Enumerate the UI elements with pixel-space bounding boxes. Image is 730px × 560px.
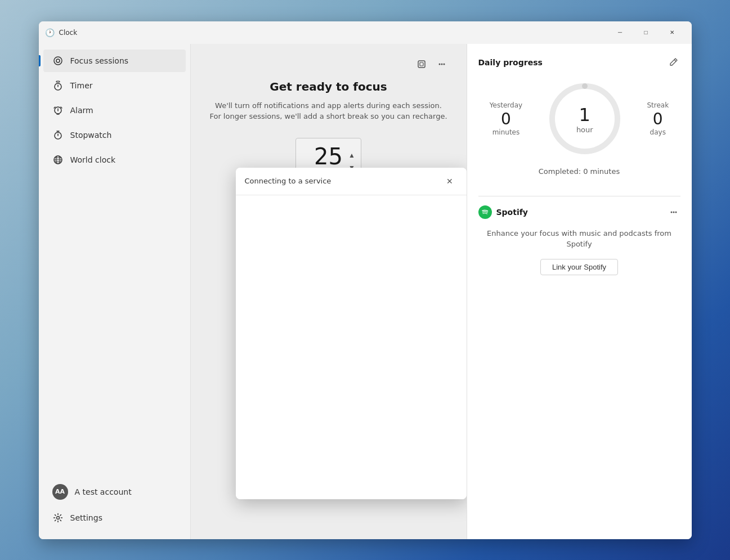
settings-label: Settings xyxy=(70,513,102,522)
sidebar-item-stopwatch[interactable]: Stopwatch xyxy=(43,124,186,146)
minimize-button[interactable]: ─ xyxy=(607,24,633,42)
account-label: A test account xyxy=(75,487,132,496)
main-content: Focus sessions Timer xyxy=(39,44,692,539)
world-clock-icon xyxy=(52,154,64,165)
app-window: 🕐 Clock ─ □ ✕ Focus sessions xyxy=(39,21,692,539)
sidebar-item-settings[interactable]: Settings xyxy=(43,507,186,529)
modal-overlay: Connecting to a service ✕ xyxy=(191,44,467,539)
yesterday-label: Yesterday xyxy=(490,101,522,109)
streak-label: Streak xyxy=(647,101,669,109)
svg-point-23 xyxy=(670,211,672,213)
svg-rect-2 xyxy=(56,81,60,82)
maximize-button[interactable]: □ xyxy=(633,24,659,42)
sidebar-bottom: AA A test account Settings xyxy=(39,477,190,535)
svg-point-25 xyxy=(675,211,677,213)
spotify-icon xyxy=(478,205,492,219)
app-title: Clock xyxy=(59,29,607,37)
modal-title: Connecting to a service xyxy=(245,177,332,185)
spotify-logo: Spotify xyxy=(478,205,528,219)
circle-center: 1 hour xyxy=(576,104,593,133)
clock-app-icon: 🕐 xyxy=(46,28,55,37)
sidebar-item-world-clock[interactable]: World clock xyxy=(43,149,186,171)
stopwatch-icon xyxy=(52,129,64,141)
settings-icon xyxy=(52,512,64,523)
spotify-more-button[interactable] xyxy=(667,205,680,219)
daily-progress-header: Daily progress xyxy=(478,55,680,70)
sidebar-item-timer[interactable]: Timer xyxy=(43,74,186,97)
avatar: AA xyxy=(52,484,68,500)
link-spotify-button[interactable]: Link your Spotify xyxy=(540,259,618,275)
window-controls: ─ □ ✕ xyxy=(607,24,685,42)
spotify-desc-line1: Enhance your focus with music and podcas… xyxy=(487,229,671,238)
completed-text: Completed: 0 minutes xyxy=(478,167,680,176)
edit-daily-goal-button[interactable] xyxy=(667,55,680,70)
timer-label: Timer xyxy=(70,81,93,90)
alarm-label: Alarm xyxy=(70,106,93,115)
progress-circle: 1 hour xyxy=(545,79,624,158)
yesterday-value: 0 xyxy=(490,111,522,127)
spotify-name: Spotify xyxy=(496,208,528,217)
yesterday-stat: Yesterday 0 minutes xyxy=(490,101,522,136)
alarm-icon xyxy=(52,105,64,116)
divider xyxy=(478,196,680,196)
right-panel: Daily progress Yesterday 0 minutes xyxy=(467,44,692,539)
title-bar: 🕐 Clock ─ □ ✕ xyxy=(39,21,692,44)
world-clock-label: World clock xyxy=(70,155,116,164)
focus-sessions-label: Focus sessions xyxy=(70,56,129,65)
yesterday-unit: minutes xyxy=(490,128,522,136)
sidebar: Focus sessions Timer xyxy=(39,44,191,539)
account-item[interactable]: AA A test account xyxy=(43,478,186,505)
stopwatch-label: Stopwatch xyxy=(70,131,112,140)
spotify-header: Spotify xyxy=(478,205,680,219)
focus-sessions-icon xyxy=(52,55,64,66)
daily-goal-unit: hour xyxy=(576,125,593,133)
close-button[interactable]: ✕ xyxy=(659,24,685,42)
svg-point-14 xyxy=(56,516,59,519)
modal-close-button[interactable]: ✕ xyxy=(442,173,458,189)
sidebar-item-alarm[interactable]: Alarm xyxy=(43,99,186,122)
modal-title-bar: Connecting to a service ✕ xyxy=(236,168,467,195)
spotify-description: Enhance your focus with music and podcas… xyxy=(478,228,680,250)
svg-point-0 xyxy=(54,57,62,65)
modal-body xyxy=(236,195,467,499)
streak-value: 0 xyxy=(647,111,669,127)
svg-point-24 xyxy=(673,211,674,213)
spotify-desc-line2: Spotify xyxy=(566,240,592,248)
connecting-modal: Connecting to a service ✕ xyxy=(236,168,467,499)
streak-unit: days xyxy=(647,128,669,136)
center-panel: Get ready to focus We'll turn off notifi… xyxy=(191,44,467,539)
timer-icon xyxy=(52,80,64,91)
spotify-card: Spotify Enhance your focus with music an… xyxy=(478,205,680,275)
sidebar-item-focus-sessions[interactable]: Focus sessions xyxy=(43,50,186,72)
daily-goal-value: 1 xyxy=(576,104,593,125)
svg-point-1 xyxy=(56,59,60,62)
daily-progress-title: Daily progress xyxy=(478,58,543,67)
svg-line-20 xyxy=(674,60,676,61)
progress-circle-container: Yesterday 0 minutes 1 hour xyxy=(478,79,680,158)
streak-stat: Streak 0 days xyxy=(647,101,669,136)
